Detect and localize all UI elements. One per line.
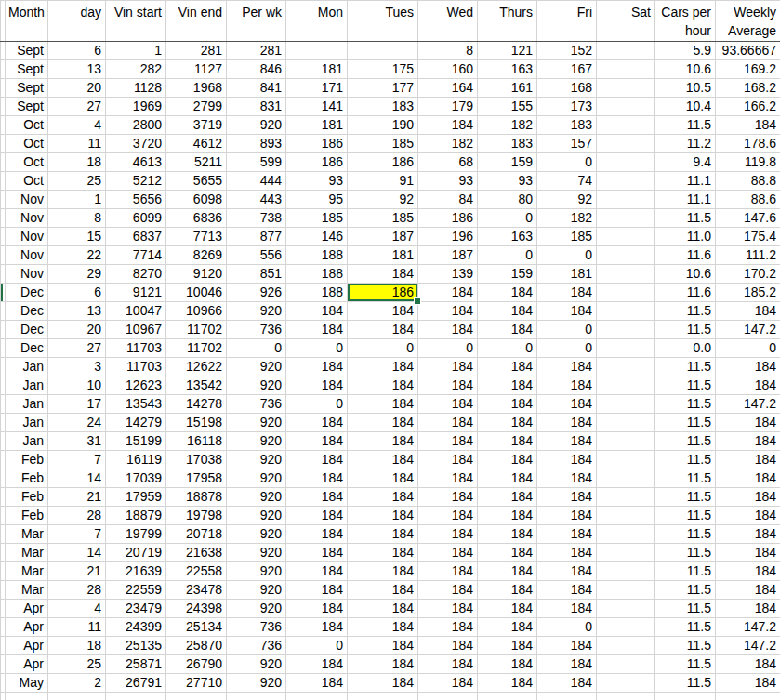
cell[interactable]: Apr: [6, 618, 48, 637]
cell[interactable]: 184: [286, 618, 348, 637]
cell[interactable]: 17: [48, 395, 106, 414]
cell[interactable]: 920: [227, 376, 286, 395]
cell[interactable]: May: [6, 674, 48, 693]
cell[interactable]: 11.5: [655, 562, 716, 581]
cell[interactable]: 0: [537, 321, 597, 339]
cell[interactable]: 184: [348, 600, 418, 618]
cell[interactable]: [597, 655, 655, 674]
cell[interactable]: 11.5: [655, 507, 716, 525]
cell[interactable]: 184: [716, 674, 780, 693]
cell[interactable]: 147.2: [716, 395, 780, 414]
cell[interactable]: Feb: [6, 488, 48, 507]
cell[interactable]: 184: [348, 321, 418, 339]
cell[interactable]: 29: [48, 265, 106, 284]
cell[interactable]: 851: [227, 265, 286, 284]
cell[interactable]: 184: [716, 358, 780, 376]
cell[interactable]: Jan: [6, 358, 48, 376]
cell[interactable]: 11703: [106, 358, 166, 376]
cell[interactable]: [166, 693, 227, 700]
cell[interactable]: 178.6: [716, 135, 780, 153]
cell[interactable]: 22558: [166, 562, 227, 581]
cell[interactable]: 184: [478, 525, 537, 544]
cell[interactable]: 184: [478, 600, 537, 618]
cell[interactable]: [597, 414, 655, 432]
cell[interactable]: [597, 191, 655, 209]
cell[interactable]: 146: [286, 228, 348, 246]
cell[interactable]: 25: [48, 172, 106, 191]
cell[interactable]: 147.2: [716, 618, 780, 637]
cell[interactable]: 6: [48, 284, 106, 302]
cell[interactable]: 14: [48, 544, 106, 562]
column-header-weekly-average[interactable]: Weekly Average: [716, 1, 780, 42]
cell[interactable]: Jan: [6, 395, 48, 414]
cell[interactable]: 15199: [106, 432, 166, 451]
cell[interactable]: [597, 153, 655, 172]
cell[interactable]: 163: [478, 228, 537, 246]
cell[interactable]: [597, 172, 655, 191]
cell[interactable]: Mar: [6, 581, 48, 600]
cell[interactable]: [597, 116, 655, 135]
cell[interactable]: 0: [537, 246, 597, 265]
cell[interactable]: 184: [348, 395, 418, 414]
cell[interactable]: [597, 432, 655, 451]
cell[interactable]: 179: [418, 98, 478, 116]
cell[interactable]: 184: [286, 488, 348, 507]
cell[interactable]: 184: [537, 451, 597, 469]
cell[interactable]: 157: [537, 135, 597, 153]
cell[interactable]: 184: [286, 414, 348, 432]
cell[interactable]: 184: [478, 655, 537, 674]
cell[interactable]: 161: [478, 79, 537, 98]
cell[interactable]: 184: [348, 376, 418, 395]
cell[interactable]: 184: [478, 637, 537, 655]
cell[interactable]: 11.5: [655, 544, 716, 562]
cell[interactable]: 25135: [106, 637, 166, 655]
cell[interactable]: 185.2: [716, 284, 780, 302]
cell[interactable]: 182: [418, 135, 478, 153]
cell[interactable]: 17959: [106, 488, 166, 507]
cell[interactable]: 173: [537, 98, 597, 116]
cell[interactable]: 11.5: [655, 600, 716, 618]
cell[interactable]: 184: [716, 562, 780, 581]
cell[interactable]: 831: [227, 98, 286, 116]
cell[interactable]: 281: [227, 42, 286, 60]
cell[interactable]: 13: [48, 60, 106, 79]
cell[interactable]: 920: [227, 432, 286, 451]
cell[interactable]: 170.2: [716, 265, 780, 284]
cell[interactable]: 93: [418, 172, 478, 191]
cell[interactable]: 184: [537, 376, 597, 395]
cell[interactable]: 184: [418, 376, 478, 395]
cell[interactable]: 926: [227, 284, 286, 302]
cell[interactable]: 920: [227, 674, 286, 693]
cell[interactable]: [597, 265, 655, 284]
cell[interactable]: 183: [537, 116, 597, 135]
column-header-wed[interactable]: Wed: [418, 1, 478, 42]
cell[interactable]: 6: [48, 42, 106, 60]
cell[interactable]: 184: [716, 432, 780, 451]
cell[interactable]: 186: [348, 153, 418, 172]
cell[interactable]: [597, 246, 655, 265]
cell[interactable]: Feb: [6, 451, 48, 469]
cell[interactable]: 24399: [106, 618, 166, 637]
cell[interactable]: 187: [418, 246, 478, 265]
cell[interactable]: 0: [478, 246, 537, 265]
cell[interactable]: Dec: [6, 339, 48, 358]
cell[interactable]: 184: [348, 507, 418, 525]
cell[interactable]: [597, 693, 655, 700]
cell[interactable]: 4612: [166, 135, 227, 153]
cell[interactable]: 168.2: [716, 79, 780, 98]
cell[interactable]: 0: [537, 618, 597, 637]
cell[interactable]: 0: [478, 339, 537, 358]
cell[interactable]: [597, 507, 655, 525]
cell[interactable]: 10966: [166, 302, 227, 321]
cell[interactable]: 0: [286, 395, 348, 414]
cell[interactable]: 184: [286, 581, 348, 600]
cell[interactable]: Sept: [6, 60, 48, 79]
cell[interactable]: 24398: [166, 600, 227, 618]
cell[interactable]: [478, 693, 537, 700]
cell[interactable]: [6, 693, 48, 700]
cell[interactable]: 184: [286, 358, 348, 376]
cell[interactable]: 920: [227, 488, 286, 507]
cell[interactable]: 11.5: [655, 209, 716, 228]
cell[interactable]: [597, 339, 655, 358]
cell[interactable]: 24: [48, 414, 106, 432]
